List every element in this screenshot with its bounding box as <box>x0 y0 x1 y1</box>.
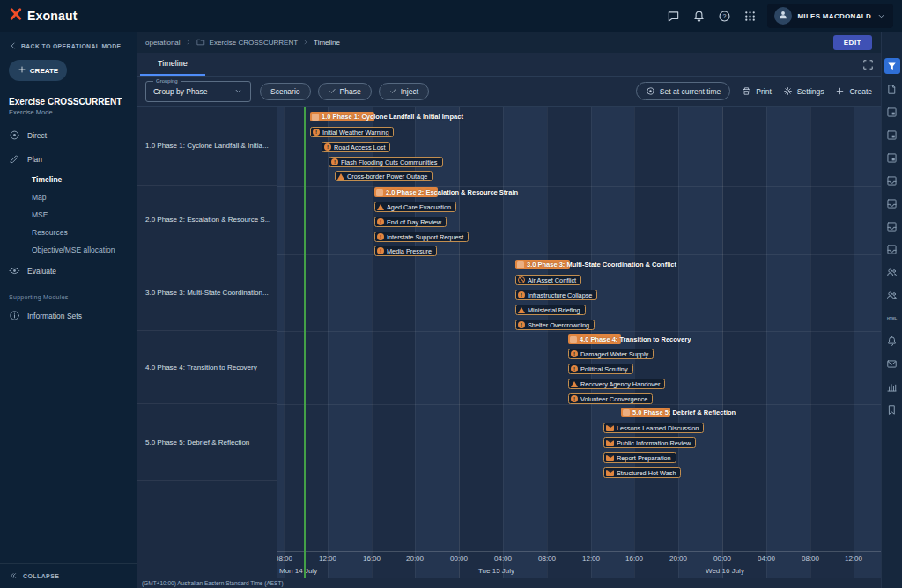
tick-label: 16:00 <box>363 555 381 562</box>
collapse-sidebar-button[interactable]: COLLAPSE <box>0 563 137 588</box>
html-icon[interactable]: HTML <box>884 310 900 326</box>
filter-chip-inject[interactable]: Inject <box>379 83 429 100</box>
phase-bar-label: 2.0 Phase 2: Escalation & Resource Strai… <box>386 187 518 197</box>
inject-label: Media Pressure <box>387 247 432 255</box>
phase-icon <box>517 261 524 268</box>
row-label[interactable]: 5.0 Phase 5: Debrief & Reflection <box>137 404 277 481</box>
row-label[interactable]: 2.0 Phase 2: Escalation & Resource S... <box>137 186 277 254</box>
inject-label: Aged Care Evacuation <box>387 203 451 211</box>
inject-bar[interactable]: !Interstate Support Request <box>374 232 469 242</box>
inject-bar[interactable]: Ministerial Briefing <box>515 305 586 315</box>
print-button[interactable]: Print <box>742 86 771 96</box>
inject-bar[interactable]: Cross-border Power Outage <box>335 171 433 181</box>
grid-line <box>854 107 854 578</box>
sidebar-item-mse[interactable]: MSE <box>0 206 137 224</box>
sidebar-item-objective-mse-allocation[interactable]: Objective/MSE allocation <box>0 241 137 259</box>
inject-bar[interactable]: Aged Care Evacuation <box>374 202 456 212</box>
inject-bar[interactable]: !Initial Weather Warning <box>310 127 394 137</box>
axis-line <box>277 551 881 552</box>
create-button[interactable]: CREATE <box>9 60 67 81</box>
panel3-icon[interactable] <box>884 150 900 165</box>
timeline-toolbar: Grouping Group by Phase ScenarioPhaseInj… <box>137 77 881 106</box>
sidebar-item-label: Resources <box>32 228 68 237</box>
panel2-icon[interactable] <box>884 127 900 143</box>
set-at-current-time-button[interactable]: Set at current time <box>636 82 730 100</box>
row-label[interactable]: 4.0 Phase 4: Transition to Recovery <box>137 331 277 404</box>
breadcrumb-operational[interactable]: operational <box>145 39 181 47</box>
inject-bar[interactable]: !Damaged Water Supply <box>568 349 654 359</box>
tick-label: 12:00 <box>319 555 336 562</box>
row-label[interactable]: 1.0 Phase 1: Cyclone Landfall & Initia..… <box>137 107 277 186</box>
tick-label: 04:00 <box>494 555 512 562</box>
toolbar-action-group: Set at current timePrintSettingsCreate <box>636 82 872 100</box>
sidebar-item-direct[interactable]: Direct <box>0 123 137 147</box>
topbar-actions: ? MILES MACDONALD <box>662 4 893 28</box>
sidebar-item-timeline[interactable]: Timeline <box>0 171 137 188</box>
chat-icon[interactable] <box>662 4 685 28</box>
inject-bar[interactable]: !Media Pressure <box>374 246 437 256</box>
back-arrow-icon <box>9 41 18 51</box>
inject-bar[interactable]: Public Information Review <box>603 437 696 448</box>
fit-screen-icon[interactable] <box>859 55 877 74</box>
inject-bar[interactable]: !Infrastructure Collapse <box>515 290 597 300</box>
inject-bar[interactable]: !Road Access Lost <box>322 142 390 152</box>
inject-bar[interactable]: Report Preparation <box>603 452 676 463</box>
inject-bar[interactable]: !Political Scrutiny <box>568 364 633 374</box>
inject-label: Recovery Agency Handover <box>580 380 660 388</box>
inject-bar[interactable]: Structured Hot Wash <box>603 467 681 478</box>
day-label: Tue 15 July <box>478 567 514 575</box>
time-band <box>459 107 503 578</box>
help-icon[interactable]: ? <box>713 4 736 28</box>
sidebar-item-resources[interactable]: Resources <box>0 224 137 241</box>
filter-chip-scenario[interactable]: Scenario <box>260 83 311 100</box>
inject-label: Interstate Support Request <box>387 233 463 241</box>
settings-button[interactable]: Settings <box>783 86 824 96</box>
tick-label: 20:00 <box>669 555 687 562</box>
section-supporting-modules: Supporting Modules <box>0 283 137 304</box>
people2-icon[interactable] <box>884 287 900 303</box>
file-icon[interactable] <box>884 81 900 97</box>
mail-icon[interactable] <box>884 356 900 371</box>
tray4-icon[interactable] <box>884 241 900 257</box>
back-label: BACK TO OPERATIONAL MODE <box>21 43 121 49</box>
eye-icon <box>9 265 20 276</box>
inject-bar[interactable]: !Flash Flooding Cuts Communities <box>329 157 443 167</box>
sidebar-item-evaluate[interactable]: Evaluate <box>0 259 137 283</box>
sidebar-item-plan[interactable]: Plan <box>0 147 137 171</box>
inject-bar[interactable]: Lessons Learned Discussion <box>603 423 704 433</box>
chart-icon[interactable] <box>884 379 900 394</box>
filter-icon[interactable] <box>884 58 900 74</box>
breadcrumb-exercise[interactable]: Exercise CROSSCURRENT <box>210 39 298 47</box>
bell-icon[interactable] <box>884 333 900 349</box>
grouping-select[interactable]: Grouping Group by Phase <box>145 81 251 102</box>
sidebar-item-map[interactable]: Map <box>0 188 137 206</box>
edit-button[interactable]: EDIT <box>833 35 872 50</box>
gantt: 1.0 Phase 1: Cyclone Landfall & Initia..… <box>137 106 881 588</box>
apps-icon[interactable] <box>738 4 762 28</box>
tab-timeline[interactable]: Timeline <box>140 53 205 76</box>
logo: Exonaut <box>9 7 78 25</box>
tick-label: 12:00 <box>582 555 600 562</box>
tray3-icon[interactable] <box>884 218 900 234</box>
inject-bar[interactable]: !Volunteer Convergence <box>568 393 653 404</box>
inject-bar[interactable]: Recovery Agency Handover <box>568 379 665 389</box>
warning-icon: ! <box>518 291 525 298</box>
inject-bar[interactable]: !End of Day Review <box>374 217 447 227</box>
bookmark-icon[interactable] <box>884 401 900 417</box>
grid-line <box>766 107 767 578</box>
back-to-operational-button[interactable]: BACK TO OPERATIONAL MODE <box>0 32 137 58</box>
inject-bar[interactable]: Air Asset Conflict <box>515 275 581 285</box>
sidebar-item-information-sets[interactable]: Information Sets <box>0 304 137 327</box>
create-button[interactable]: Create <box>835 86 872 96</box>
plus-icon <box>835 86 845 96</box>
tray2-icon[interactable] <box>884 195 900 211</box>
filter-chip-phase[interactable]: Phase <box>318 83 372 100</box>
inject-bar[interactable]: !Shelter Overcrowding <box>515 320 595 330</box>
tray-icon[interactable] <box>884 173 900 188</box>
people-icon[interactable] <box>884 264 900 280</box>
action-label: Create <box>849 87 872 96</box>
user-menu[interactable]: MILES MACDONALD <box>767 4 893 28</box>
panel-icon[interactable] <box>884 104 900 120</box>
row-label[interactable]: 3.0 Phase 3: Multi-State Coordination... <box>137 254 277 331</box>
bell-icon[interactable] <box>687 4 711 28</box>
